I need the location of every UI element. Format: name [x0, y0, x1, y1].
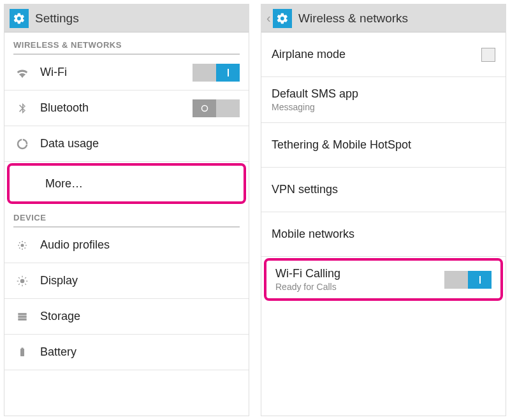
row-display[interactable]: Display	[4, 263, 249, 299]
titlebar-settings: Settings	[4, 4, 249, 33]
svg-point-1	[21, 243, 24, 247]
svg-point-2	[20, 279, 25, 283]
wifi-toggle[interactable]	[193, 64, 240, 82]
row-mobile-networks[interactable]: Mobile networks	[261, 212, 506, 257]
row-bluetooth[interactable]: Bluetooth	[4, 91, 249, 126]
audio-profiles-icon	[13, 239, 31, 252]
row-vpn-label: VPN settings	[272, 183, 495, 196]
row-display-label: Display	[40, 274, 240, 287]
titlebar-settings-text: Settings	[35, 11, 79, 25]
row-data-usage-label: Data usage	[40, 137, 240, 150]
svg-rect-6	[20, 349, 24, 356]
bluetooth-icon	[13, 102, 31, 115]
row-wifi-calling[interactable]: Wi-Fi Calling Ready for Calls	[266, 261, 500, 298]
svg-rect-7	[22, 347, 24, 349]
row-mobile-networks-label: Mobile networks	[272, 228, 495, 241]
row-wifi-calling-sublabel: Ready for Calls	[275, 282, 444, 292]
row-wifi[interactable]: Wi-Fi	[4, 55, 249, 91]
row-default-sms-label: Default SMS app	[272, 87, 495, 101]
storage-icon	[13, 310, 31, 323]
row-bluetooth-label: Bluetooth	[40, 101, 193, 115]
row-storage[interactable]: Storage	[4, 299, 249, 335]
row-more-label: More…	[45, 177, 235, 191]
data-usage-icon	[13, 138, 31, 150]
titlebar-wireless: ‹ Wireless & networks	[261, 4, 506, 33]
bluetooth-toggle[interactable]	[193, 99, 240, 117]
row-tethering[interactable]: Tethering & Mobile HotSpot	[261, 123, 506, 168]
section-header-wireless-networks: WIRELESS & NETWORKS	[4, 33, 249, 54]
row-vpn[interactable]: VPN settings	[261, 168, 506, 212]
svg-rect-5	[18, 318, 26, 320]
wireless-networks-screen: ‹ Wireless & networks Airplane mode Defa…	[261, 4, 506, 416]
svg-rect-3	[18, 313, 26, 315]
row-default-sms-sublabel: Messaging	[272, 102, 495, 112]
row-wifi-label: Wi-Fi	[40, 66, 193, 79]
gear-icon	[10, 9, 29, 28]
titlebar-wireless-text: Wireless & networks	[298, 11, 408, 25]
row-airplane-label: Airplane mode	[272, 48, 481, 61]
svg-point-0	[201, 105, 207, 111]
row-data-usage[interactable]: Data usage	[4, 126, 249, 162]
row-wifi-calling-label: Wi-Fi Calling	[275, 267, 444, 280]
row-storage-label: Storage	[40, 310, 240, 323]
settings-screen: Settings WIRELESS & NETWORKS Wi-Fi Bluet…	[4, 4, 249, 416]
row-audio-profiles[interactable]: Audio profiles	[4, 228, 249, 263]
row-battery[interactable]: Battery	[4, 335, 249, 370]
gear-icon	[273, 9, 292, 28]
row-tethering-label: Tethering & Mobile HotSpot	[272, 138, 495, 152]
row-default-sms[interactable]: Default SMS app Messaging	[261, 77, 506, 123]
svg-rect-4	[18, 315, 26, 317]
row-airplane-mode[interactable]: Airplane mode	[261, 33, 506, 77]
highlight-wifi-calling: Wi-Fi Calling Ready for Calls	[264, 258, 503, 301]
section-header-device: DEVICE	[4, 205, 249, 226]
wifi-icon	[13, 66, 31, 80]
row-audio-profiles-label: Audio profiles	[40, 238, 240, 252]
highlight-more: More…	[7, 163, 246, 204]
battery-icon	[13, 346, 31, 359]
row-battery-label: Battery	[40, 345, 240, 359]
airplane-mode-checkbox[interactable]	[481, 48, 495, 62]
display-icon	[13, 275, 31, 287]
wifi-calling-toggle[interactable]	[444, 271, 492, 289]
row-more[interactable]: More…	[10, 166, 244, 201]
